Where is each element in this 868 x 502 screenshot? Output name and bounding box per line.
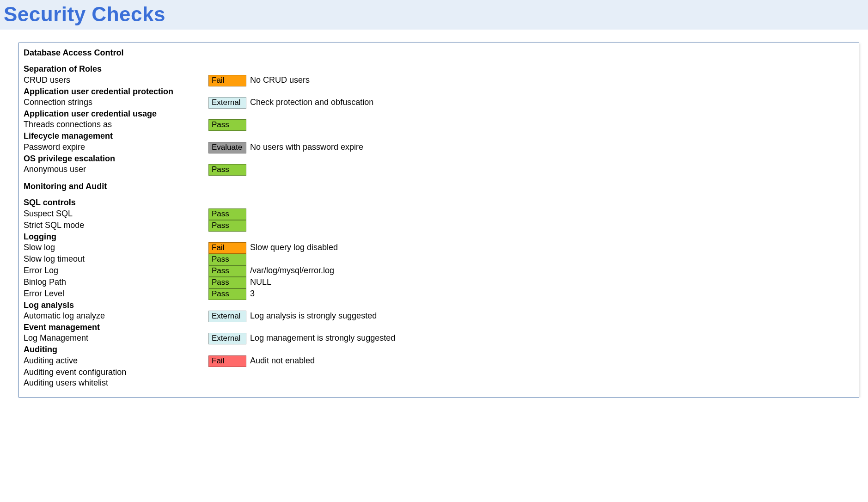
section-title: Monitoring and Audit	[24, 181, 854, 192]
status-badge: Pass	[208, 164, 246, 176]
check-status-cell	[208, 367, 250, 378]
status-badge: Fail	[208, 355, 246, 367]
check-status-cell: Fail	[208, 75, 250, 86]
subsection-title: Log analysis	[24, 300, 854, 311]
status-badge: Pass	[208, 265, 246, 277]
status-badge: External	[208, 333, 246, 344]
check-status-cell: Pass	[208, 119, 250, 131]
check-detail: /var/log/mysql/error.log	[250, 265, 854, 277]
check-label: Threads connections as	[24, 119, 208, 131]
check-detail: Log management is strongly suggested	[250, 333, 854, 344]
check-status-cell: Pass	[208, 220, 250, 232]
status-badge: External	[208, 311, 246, 322]
check-status-cell: External	[208, 97, 250, 109]
header-bar: Security Checks	[0, 0, 868, 30]
check-status-cell	[208, 378, 250, 388]
subsection-title: Application user credential protection	[24, 86, 854, 97]
check-status-cell: External	[208, 311, 250, 322]
check-detail: Log analysis is strongly suggested	[250, 311, 854, 322]
check-row: Slow logFailSlow query log disabled	[24, 242, 854, 254]
subsection-title: Logging	[24, 232, 854, 242]
check-status-cell: Fail	[208, 242, 250, 254]
status-badge: Pass	[208, 254, 246, 265]
check-label: Automatic log analyze	[24, 311, 208, 322]
check-detail: 3	[250, 288, 854, 300]
check-status-cell: Pass	[208, 164, 250, 176]
check-row: Threads connections asPass	[24, 119, 854, 131]
check-label: Log Management	[24, 333, 208, 344]
check-status-cell: External	[208, 333, 250, 344]
check-row: Automatic log analyzeExternalLog analysi…	[24, 311, 854, 322]
check-detail: No users with password expire	[250, 142, 854, 153]
status-badge: Fail	[208, 75, 246, 86]
page-title: Security Checks	[4, 3, 864, 26]
check-detail: NULL	[250, 277, 854, 288]
check-row: Binlog PathPassNULL	[24, 277, 854, 288]
check-label: Strict SQL mode	[24, 220, 208, 232]
check-label: Auditing active	[24, 355, 208, 367]
check-label: Error Level	[24, 288, 208, 300]
status-badge: Pass	[208, 288, 246, 300]
subsection-title: SQL controls	[24, 197, 854, 208]
subsection-title: Separation of Roles	[24, 64, 854, 74]
status-badge: Evaluate	[208, 142, 246, 153]
check-label: Auditing users whitelist	[24, 378, 208, 388]
check-label: CRUD users	[24, 75, 208, 86]
subsection-title: Lifecycle management	[24, 131, 854, 141]
subsection-title: Application user credential usage	[24, 109, 854, 119]
check-row: Suspect SQLPass	[24, 208, 854, 220]
check-status-cell: Pass	[208, 254, 250, 265]
check-row: Auditing activeFailAudit not enabled	[24, 355, 854, 367]
check-status-cell: Fail	[208, 355, 250, 367]
checks-table: Database Access ControlSeparation of Rol…	[24, 48, 854, 394]
subsection-title: Event management	[24, 322, 854, 333]
check-detail: Slow query log disabled	[250, 242, 854, 254]
check-row: Strict SQL modePass	[24, 220, 854, 232]
subsection-title: Auditing	[24, 344, 854, 355]
status-badge: Fail	[208, 242, 246, 254]
check-detail	[250, 367, 854, 378]
check-label: Slow log	[24, 242, 208, 254]
status-badge: Pass	[208, 208, 246, 220]
check-label: Suspect SQL	[24, 208, 208, 220]
check-row: Auditing event configuration	[24, 367, 854, 378]
check-detail	[250, 119, 854, 131]
check-row: Anonymous userPass	[24, 164, 854, 176]
check-label: Slow log timeout	[24, 254, 208, 265]
subsection-title: OS privilege escalation	[24, 153, 854, 164]
check-row: Log ManagementExternalLog management is …	[24, 333, 854, 344]
check-row: Error LevelPass3	[24, 288, 854, 300]
check-detail	[250, 208, 854, 220]
check-label: Binlog Path	[24, 277, 208, 288]
check-detail	[250, 378, 854, 388]
status-badge: External	[208, 97, 246, 109]
security-checks-panel: Database Access ControlSeparation of Rol…	[18, 43, 859, 398]
check-label: Password expire	[24, 142, 208, 153]
check-detail: Check protection and obfuscation	[250, 97, 854, 109]
status-badge: Pass	[208, 277, 246, 288]
check-label: Connection strings	[24, 97, 208, 109]
check-status-cell: Pass	[208, 288, 250, 300]
check-row: Password expireEvaluateNo users with pas…	[24, 142, 854, 153]
check-row: Slow log timeoutPass	[24, 254, 854, 265]
check-status-cell: Pass	[208, 265, 250, 277]
check-row: Error LogPass/var/log/mysql/error.log	[24, 265, 854, 277]
check-detail: Audit not enabled	[250, 355, 854, 367]
status-badge: Pass	[208, 119, 246, 131]
check-label: Error Log	[24, 265, 208, 277]
check-detail: No CRUD users	[250, 75, 854, 86]
check-row: Auditing users whitelist	[24, 378, 854, 388]
check-status-cell: Pass	[208, 277, 250, 288]
section-title: Database Access Control	[24, 48, 854, 58]
check-row: CRUD usersFailNo CRUD users	[24, 75, 854, 86]
check-detail	[250, 220, 854, 232]
check-row: Connection stringsExternalCheck protecti…	[24, 97, 854, 109]
check-status-cell: Evaluate	[208, 142, 250, 153]
check-detail	[250, 254, 854, 265]
check-label: Anonymous user	[24, 164, 208, 176]
check-detail	[250, 164, 854, 176]
check-status-cell: Pass	[208, 208, 250, 220]
check-label: Auditing event configuration	[24, 367, 208, 378]
status-badge: Pass	[208, 220, 246, 232]
